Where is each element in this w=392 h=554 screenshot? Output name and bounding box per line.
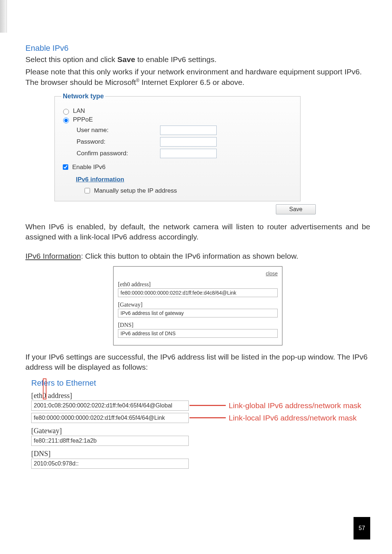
popup-gw-h: [Gateway] — [118, 301, 278, 308]
eth-dns-h: [DNS] — [31, 450, 370, 458]
popup-gw-v: IPv6 address list of gateway — [118, 309, 278, 317]
eth-dns-v: 2010:05c0:978d:: — [31, 459, 189, 469]
callout-text-link: Link-local IPv6 address/network mask — [229, 414, 356, 422]
after-popup-p1: If your IPv6 settings are successful, th… — [25, 352, 370, 373]
eth-eth0-h: [eth0 address] — [31, 391, 370, 400]
callout-line-link — [189, 417, 226, 418]
popup-close-wrap: close — [118, 270, 278, 277]
radio-pppoe[interactable] — [63, 118, 69, 123]
link-ipv6-info[interactable]: IPv6 information — [76, 176, 124, 183]
intro1-c: to enable IPv6 settings. — [135, 55, 216, 63]
eth-gw-h: [Gateway] — [31, 427, 370, 435]
intro-line-2: Please note that this only works if your… — [25, 67, 370, 87]
popup-dns-h: [DNS] — [118, 322, 278, 328]
checkbox-manual-ip[interactable] — [85, 188, 90, 193]
popup-dns-v: IPv6 address list of DNS — [118, 329, 278, 338]
after-panel-p1: When IPv6 is enabled, by default, the ne… — [25, 222, 370, 242]
intro1-a: Select this option and click — [25, 55, 117, 63]
after-panel-p2: IPv6 Information: Click this button to o… — [25, 251, 370, 261]
popup-close-link[interactable]: close — [266, 271, 278, 276]
input-confirm[interactable] — [160, 149, 217, 158]
row-password: Password: — [77, 137, 294, 147]
label-enable-ipv6: Enable IPv6 — [72, 164, 106, 171]
page-number: 57 — [354, 517, 370, 539]
ipv6-info-underline: IPv6 Information — [25, 252, 81, 260]
side-tab-decor — [0, 0, 7, 33]
row-ipv6-info: IPv6 information — [76, 176, 294, 183]
refers-ethernet-title: Refers to Ethernet — [31, 378, 370, 388]
reg-mark: ® — [136, 78, 139, 83]
eth-global-addr: 2001:0c08:2500:0002:0202:d1ff:fe04:65f4/… — [31, 401, 189, 411]
label-username: User name: — [77, 127, 160, 134]
save-wrap: Save — [54, 204, 316, 214]
ipv6-popup: close [eth0 address] fe80:0000:0000:0000… — [113, 266, 282, 345]
callout-row-link: fe80:0000:0000:0000:0202:d1ff:fe04:65f4/… — [31, 413, 370, 423]
label-confirm: Confirm password: — [77, 150, 160, 157]
callout-row-global: 2001:0c08:2500:0002:0202:d1ff:fe04:65f4/… — [31, 401, 370, 411]
label-manual-ip: Manually setup the IP address — [94, 187, 177, 194]
radio-pppoe-row[interactable]: PPPoE — [61, 116, 294, 123]
label-password: Password: — [77, 138, 160, 145]
input-username[interactable] — [160, 126, 217, 135]
network-type-panel: Network type LAN PPPoE User name: Passwo… — [54, 93, 301, 201]
popup-eth0-h: [eth0 address] — [118, 281, 278, 288]
input-password[interactable] — [160, 137, 217, 147]
radio-pppoe-label: PPPoE — [73, 116, 93, 123]
row-manual-ip[interactable]: Manually setup the IP address — [83, 187, 294, 194]
intro1-save: Save — [117, 55, 135, 63]
row-enable-ipv6[interactable]: Enable IPv6 — [61, 163, 294, 171]
save-button[interactable]: Save — [276, 204, 316, 214]
intro-line-1: Select this option and click Save to ena… — [25, 54, 370, 65]
radio-lan[interactable] — [63, 109, 69, 115]
row-username: User name: — [77, 126, 294, 135]
checkbox-enable-ipv6[interactable] — [63, 164, 68, 170]
radio-lan-row[interactable]: LAN — [61, 107, 294, 115]
section-title: Enable IPv6 — [25, 44, 370, 53]
panel-legend: Network type — [61, 93, 105, 100]
popup-eth0-v: fe80:0000:0000:0000:0202:d1ff:fe0e:d4c8/… — [118, 288, 278, 297]
radio-lan-label: LAN — [73, 107, 85, 115]
callout-text-global: Link-global IPv6 address/network mask — [229, 401, 361, 410]
callout-line-global — [189, 405, 226, 406]
row-confirm: Confirm password: — [77, 149, 294, 158]
intro2-b: Internet Explorer 6.5 or above. — [139, 78, 245, 86]
eth-gw-v: fe80::211:d8ff:fea2:1a2b — [31, 436, 189, 446]
eth-link-addr: fe80:0000:0000:0000:0202:d1ff:fe04:65f4/… — [31, 413, 189, 423]
ipv6-info-rest: : Click this button to obtain the IPv6 i… — [81, 252, 298, 260]
ethernet-block: [eth0 address] 2001:0c08:2500:0002:0202:… — [31, 391, 370, 469]
